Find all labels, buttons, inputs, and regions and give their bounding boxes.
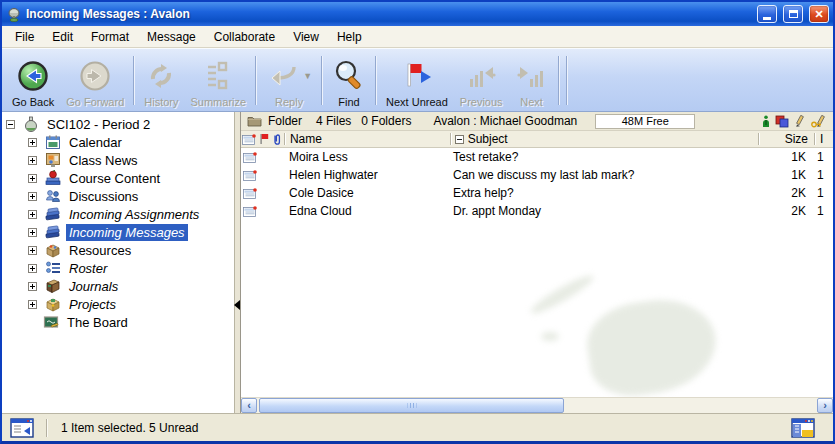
- previous-button[interactable]: Previous: [454, 52, 509, 109]
- message-list: Moira Less Test retake? 1K 1 Helen Highw…: [241, 148, 833, 397]
- minimize-button[interactable]: [757, 5, 777, 23]
- sidebar-item-discussions[interactable]: Discussions: [2, 187, 234, 205]
- message-row[interactable]: Helen Highwater Can we discuss my last l…: [241, 166, 833, 184]
- scrollbar-thumb[interactable]: [259, 398, 564, 413]
- sidebar-root-label: SCI102 - Period 2: [44, 116, 153, 133]
- sidebar-item-projects[interactable]: Projects: [2, 295, 234, 313]
- expand-icon[interactable]: [28, 246, 37, 255]
- message-subject: Can we discuss my last lab mark?: [449, 168, 757, 182]
- collapse-minus-icon[interactable]: [455, 135, 464, 144]
- scrollbar-track[interactable]: [257, 398, 817, 413]
- sidebar-item-class-news[interactable]: Class News: [2, 151, 234, 169]
- message-row[interactable]: Edna Cloud Dr. appt Monday 2K 1: [241, 202, 833, 220]
- toolbar-separator: [375, 56, 377, 105]
- close-button[interactable]: ✕: [809, 5, 829, 23]
- sidebar-item-roster[interactable]: Roster: [2, 259, 234, 277]
- expand-icon[interactable]: [28, 210, 37, 219]
- expand-icon[interactable]: [28, 138, 37, 147]
- menubar: File Edit Format Message Collaborate Vie…: [2, 26, 833, 48]
- expand-icon[interactable]: [28, 282, 37, 291]
- expand-icon[interactable]: [28, 300, 37, 309]
- watermark-blob: [528, 271, 597, 318]
- menu-edit[interactable]: Edit: [43, 27, 82, 47]
- sidebar-root-sci102[interactable]: SCI102 - Period 2: [2, 115, 234, 133]
- sidebar-item-incoming-assignments[interactable]: Incoming Assignments: [2, 205, 234, 223]
- journals-icon: [45, 278, 61, 294]
- sidebar-tree: SCI102 - Period 2 Calendar Class News: [2, 112, 234, 413]
- column-header-name[interactable]: Name: [285, 132, 450, 146]
- menu-collaborate[interactable]: Collaborate: [205, 27, 284, 47]
- column-header-subject[interactable]: Subject: [468, 132, 508, 146]
- summarize-button[interactable]: Summarize: [185, 52, 253, 109]
- user-icon[interactable]: [762, 115, 770, 128]
- find-icon: [332, 57, 366, 95]
- reply-dropdown-icon[interactable]: ▼: [303, 71, 312, 81]
- class-news-icon: [45, 152, 61, 168]
- next-button[interactable]: Next: [509, 52, 555, 109]
- summarize-icon: [203, 57, 233, 95]
- list-header: Name Subject Size I: [241, 131, 833, 148]
- menu-help[interactable]: Help: [328, 27, 371, 47]
- go-back-button[interactable]: Go Back: [6, 52, 60, 109]
- scroll-right-icon[interactable]: ›: [817, 398, 833, 413]
- maximize-button[interactable]: [783, 5, 803, 23]
- pencil-icon[interactable]: [794, 115, 806, 128]
- toggle-sidebar-icon[interactable]: [10, 418, 34, 438]
- sidebar-item-journals[interactable]: Journals: [2, 277, 234, 295]
- unread-message-icon: [241, 205, 258, 217]
- key-pencil-icon[interactable]: [811, 115, 827, 128]
- expand-icon[interactable]: [28, 264, 37, 273]
- sidebar-item-resources[interactable]: Resources: [2, 241, 234, 259]
- menu-format[interactable]: Format: [82, 27, 138, 47]
- account-label: Avalon : Michael Goodman: [433, 114, 577, 128]
- scroll-left-icon[interactable]: ‹: [241, 398, 257, 413]
- watermark-blob: [582, 293, 722, 397]
- menu-file[interactable]: File: [6, 27, 43, 47]
- collapse-pane-icon[interactable]: [234, 300, 240, 310]
- layers-icon[interactable]: [775, 115, 789, 128]
- next-unread-button[interactable]: Next Unread: [380, 52, 454, 109]
- message-clipped-cell: 1: [812, 186, 830, 200]
- go-forward-button[interactable]: Go Forward: [60, 52, 130, 109]
- go-back-icon: [16, 57, 50, 95]
- calendar-icon: [45, 134, 61, 150]
- menu-view[interactable]: View: [284, 27, 328, 47]
- previous-icon: [464, 57, 498, 95]
- content-area: SCI102 - Period 2 Calendar Class News: [2, 112, 833, 413]
- expand-icon[interactable]: [28, 174, 37, 183]
- collapse-icon[interactable]: [6, 120, 15, 129]
- column-header-clipped[interactable]: I: [815, 132, 833, 146]
- expand-icon[interactable]: [28, 228, 37, 237]
- find-button[interactable]: Find: [326, 52, 372, 109]
- next-unread-icon: [399, 57, 435, 95]
- menu-message[interactable]: Message: [138, 27, 205, 47]
- horizontal-scrollbar[interactable]: ‹ ›: [241, 397, 833, 413]
- paperclip-icon[interactable]: [270, 133, 284, 146]
- column-header-size[interactable]: Size: [759, 132, 814, 146]
- envelope-icon[interactable]: [241, 134, 258, 145]
- pane-splitter[interactable]: [234, 112, 241, 413]
- message-subject: Test retake?: [449, 150, 757, 164]
- maximize-icon: [789, 10, 798, 18]
- files-count: 4 Files: [316, 114, 351, 128]
- message-row[interactable]: Moira Less Test retake? 1K 1: [241, 148, 833, 166]
- projects-icon: [45, 296, 61, 312]
- expand-icon[interactable]: [28, 192, 37, 201]
- close-icon: ✕: [814, 9, 823, 20]
- expand-icon[interactable]: [28, 156, 37, 165]
- app-window: Incoming Messages : Avalon ✕ File Edit F…: [0, 0, 835, 444]
- course-content-icon: [45, 170, 61, 186]
- message-row[interactable]: Cole Dasice Extra help? 2K 1: [241, 184, 833, 202]
- reply-button[interactable]: ▼ Reply: [260, 52, 318, 109]
- sidebar-item-course-content[interactable]: Course Content: [2, 169, 234, 187]
- toolbar-separator: [558, 56, 560, 105]
- sidebar-item-incoming-messages[interactable]: Incoming Messages: [2, 223, 234, 241]
- sidebar-item-the-board[interactable]: The Board: [2, 313, 234, 331]
- flag-icon[interactable]: [258, 133, 270, 145]
- message-size: 1K: [757, 150, 812, 164]
- roster-icon: [45, 260, 61, 276]
- history-button[interactable]: History: [138, 52, 184, 109]
- sidebar-item-calendar[interactable]: Calendar: [2, 133, 234, 151]
- minimize-icon: [763, 17, 771, 20]
- layout-panels-icon[interactable]: [791, 418, 815, 438]
